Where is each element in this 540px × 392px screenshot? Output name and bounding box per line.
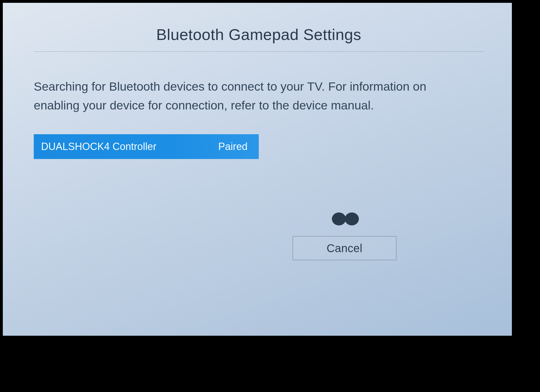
loading-spinner-icon [332,212,360,225]
page-title: Bluetooth Gamepad Settings [34,25,484,52]
device-name: DUALSHOCK4 Controller [41,141,218,153]
cancel-button[interactable]: Cancel [292,236,397,260]
settings-screen: Bluetooth Gamepad Settings Searching for… [3,3,512,336]
device-status: Paired [218,141,248,153]
instruction-text: Searching for Bluetooth devices to conne… [34,77,470,115]
device-row-dualshock4[interactable]: DUALSHOCK4 Controller Paired [34,134,259,159]
bottom-controls: Cancel [292,212,399,260]
